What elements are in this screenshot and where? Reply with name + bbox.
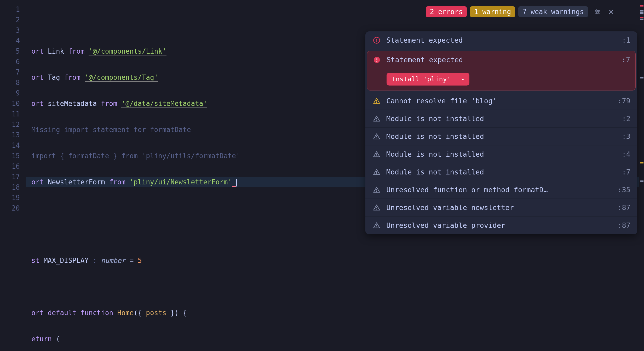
problem-line: :7 [622,168,630,176]
code-line [26,281,644,292]
weak-warning-icon [372,222,381,229]
svg-point-15 [376,102,377,103]
weak-warning-icon [372,133,381,140]
quick-fix-button: Install 'pliny' [387,73,469,86]
problem-item[interactable]: Unresolved variable provider :87 [365,217,637,234]
scroll-mark [640,10,643,11]
line-number: 14 [0,140,20,151]
weak-warnings-badge[interactable]: 7 weak warnings [518,6,588,17]
cursor [236,179,237,186]
line-number: 17 [0,172,20,182]
line-number: 15 [0,151,20,161]
svg-point-3 [596,10,597,11]
problem-item[interactable]: Unresolved variable newsletter :87 [365,199,637,217]
scroll-mark [640,13,643,14]
problem-line: :87 [618,221,630,229]
problem-text: Unresolved function or method formatD… [386,186,612,194]
scroll-mark [640,180,643,182]
svg-point-23 [376,173,377,174]
line-number: 19 [0,193,20,203]
line-number: 5 [0,46,20,56]
errors-badge[interactable]: 2 errors [426,6,467,17]
line-number: 7 [0,67,20,77]
weak-warning-icon [372,186,381,194]
problem-text: Statement expected [387,56,616,64]
quick-fix-label[interactable]: Install 'pliny' [387,73,456,86]
problem-item[interactable]: Unresolved function or method formatD… :… [365,181,637,199]
code-line: eturn ( [26,334,644,344]
svg-point-27 [376,209,377,210]
svg-point-19 [376,138,377,138]
problem-item-selected[interactable]: Statement expected :7 Install 'pliny' [367,51,636,90]
problem-text: Cannot resolve file 'blog' [386,97,612,105]
problem-line: :3 [622,132,630,140]
problem-text: Module is not installed [386,168,617,176]
line-number: 2 [0,15,20,25]
line-number: 9 [0,88,20,98]
line-number: 3 [0,25,20,36]
gutter: 1 2 3 4 5 6 7 8 9 10 11 12 13 14 15 16 1… [0,0,26,351]
error-icon [372,56,381,64]
scroll-mark [640,12,643,13]
line-number: 12 [0,119,20,130]
warnings-badge[interactable]: 1 warning [470,6,515,17]
problem-item[interactable]: Module is not installed :3 [365,128,637,145]
problem-item[interactable]: Module is not installed :2 [365,110,637,128]
line-number: 8 [0,77,20,88]
weak-warning-icon [372,115,381,122]
svg-point-4 [598,11,599,12]
scroll-mark [640,77,643,78]
problems-panel: Statement expected :1 Statement expected… [365,31,637,234]
weak-warning-icon [372,204,381,211]
svg-point-17 [376,120,377,121]
problem-text: Module is not installed [386,115,617,123]
problem-text: Module is not installed [386,150,617,158]
weak-warning-icon [372,151,381,158]
close-icon[interactable] [607,8,615,16]
inspection-badges: 2 errors 1 warning 7 weak warnings [426,6,615,17]
problem-line: :35 [618,186,630,194]
problem-action: Install 'pliny' [387,73,630,86]
line-number: 18 [0,182,20,193]
code-line: st MAX_DISPLAY : number = 5 [26,255,644,266]
svg-point-10 [376,41,377,42]
problem-text: Unresolved variable provider [386,221,612,229]
problem-text: Unresolved variable newsletter [386,203,612,212]
svg-point-5 [596,13,597,14]
svg-point-29 [376,227,377,227]
chevron-down-icon[interactable] [456,73,469,86]
problem-line: :79 [618,97,630,105]
line-number: 4 [0,36,20,46]
code-line: ort default function Home({ posts }) { [26,308,644,318]
scroll-mark [640,19,643,20]
problem-line: :2 [622,115,630,123]
svg-point-21 [376,155,377,156]
svg-point-13 [376,61,377,62]
code-line [26,20,644,30]
problem-item[interactable]: Cannot resolve file 'blog' :79 [365,92,637,110]
line-number: 20 [0,203,20,213]
problem-line: :7 [622,56,630,64]
problem-item[interactable]: Statement expected :1 [365,31,637,49]
problem-line: :87 [618,203,630,212]
line-number: 6 [0,56,20,67]
scroll-mark [640,162,643,163]
warning-icon [372,97,381,105]
line-number: 1 [0,4,20,15]
scroll-mark [640,17,643,18]
problem-item[interactable]: Module is not installed :4 [365,145,637,163]
scroll-mark [640,5,643,7]
error-icon [372,37,381,44]
problem-text: Module is not installed [386,132,617,140]
line-number: 11 [0,109,20,119]
settings-icon[interactable] [593,8,602,16]
problem-line: :1 [622,36,630,44]
problem-item[interactable]: Module is not installed :7 [365,163,637,181]
line-number: 16 [0,161,20,172]
svg-point-25 [376,191,377,192]
weak-warning-icon [372,168,381,176]
problem-line: :4 [622,150,630,158]
line-number: 13 [0,130,20,140]
line-number: 10 [0,98,20,109]
scrollbar-marks[interactable] [639,0,644,351]
